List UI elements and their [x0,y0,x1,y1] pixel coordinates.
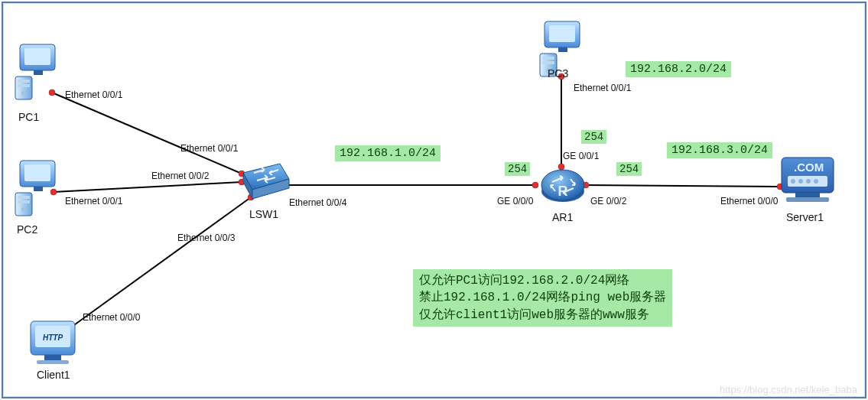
ar1-g0-addr: 254 [505,162,530,176]
svg-text:.COM: .COM [794,161,824,174]
svg-point-24 [21,91,26,96]
svg-rect-43 [37,360,69,364]
acl-notes: 仅允许PC1访问192.168.2.0/24网络 禁止192.168.1.0/2… [413,269,672,327]
svg-text:HTTP: HTTP [43,333,63,342]
svg-point-52 [806,179,811,184]
svg-rect-20 [34,70,43,75]
client1-label: Client1 [37,369,70,381]
svg-text:R: R [558,184,568,199]
svg-rect-30 [18,200,30,203]
svg-point-53 [814,179,818,184]
svg-point-15 [558,164,564,170]
lsw1-p4: Ethernet 0/0/4 [289,197,346,208]
pc2-icon [15,161,55,216]
client1-icon: HTTP [31,321,75,364]
svg-rect-22 [18,80,30,83]
svg-point-6 [49,89,55,96]
ar1-g2: GE 0/0/2 [590,196,626,207]
pc3-label: PC3 [548,67,568,80]
svg-line-5 [586,185,780,187]
net-lan3: 192.168.3.0/24 [667,142,772,158]
ar1-icon: R [541,170,584,202]
lsw1-p2: Ethernet 0/0/2 [151,171,209,181]
svg-line-0 [52,93,242,174]
svg-rect-36 [542,57,554,60]
svg-rect-33 [549,25,575,42]
svg-point-50 [791,179,795,184]
ar1-g2-addr: 254 [616,162,642,176]
svg-rect-26 [24,164,50,181]
lsw1-icon [243,164,289,199]
svg-line-1 [54,182,242,192]
lsw1-p3: Ethernet 0/0/3 [177,233,235,243]
pc3-port: Ethernet 0/0/1 [574,83,631,93]
svg-rect-54 [795,193,820,197]
svg-rect-19 [24,48,50,65]
server1-icon: .COM [782,158,834,202]
svg-line-2 [69,197,251,329]
ar1-label: AR1 [552,211,573,223]
pc1-port: Ethernet 0/0/1 [65,89,122,100]
net-lan2: 192.168.2.0/24 [626,61,731,77]
watermark: https://blog.csdn.net/kele_baba [720,384,857,395]
pc2-label: PC2 [17,223,37,236]
lsw1-p1: Ethernet 0/0/1 [180,143,238,154]
svg-rect-29 [18,196,30,199]
svg-rect-37 [542,61,554,64]
net-lan1: 192.168.1.0/24 [335,145,441,161]
svg-rect-55 [786,197,829,202]
lsw1-label: LSW1 [249,208,278,220]
pc2-port: Ethernet 0/0/1 [65,196,122,207]
svg-rect-34 [558,47,567,52]
server1-port: Ethernet 0/0/0 [720,196,778,207]
ar1-g1: GE 0/0/1 [563,151,599,161]
svg-point-13 [532,182,538,188]
pc1-label: PC1 [18,111,39,123]
server1-label: Server1 [786,211,824,223]
ar1-g0: GE 0/0/0 [497,196,533,207]
svg-rect-27 [34,187,43,191]
svg-point-7 [50,189,57,195]
svg-rect-42 [44,355,61,360]
client1-port: Ethernet 0/0/0 [83,312,140,323]
ar1-g1-addr: 254 [581,130,606,144]
svg-point-31 [21,207,26,212]
svg-rect-23 [18,84,30,87]
svg-point-51 [798,179,803,184]
